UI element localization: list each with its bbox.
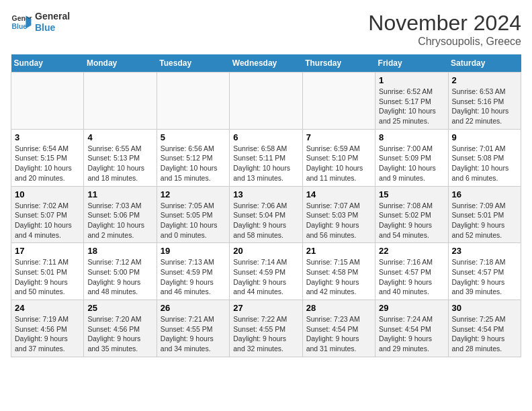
weekday-header-tuesday: Tuesday [157, 54, 229, 73]
calendar-cell: 20Sunrise: 7:14 AM Sunset: 4:59 PM Dayli… [230, 243, 302, 300]
calendar-cell: 12Sunrise: 7:05 AM Sunset: 5:05 PM Dayli… [157, 186, 229, 243]
day-number: 26 [161, 303, 226, 313]
calendar-week-2: 3Sunrise: 6:54 AM Sunset: 5:15 PM Daylig… [11, 129, 521, 186]
day-info: Sunrise: 6:53 AM Sunset: 5:16 PM Dayligh… [452, 87, 517, 126]
day-info: Sunrise: 7:01 AM Sunset: 5:08 PM Dayligh… [452, 144, 517, 183]
calendar-cell [230, 73, 302, 130]
day-info: Sunrise: 7:12 AM Sunset: 5:00 PM Dayligh… [87, 257, 152, 297]
day-number: 11 [87, 189, 152, 199]
day-info: Sunrise: 6:54 AM Sunset: 5:15 PM Dayligh… [15, 144, 80, 183]
day-info: Sunrise: 7:03 AM Sunset: 5:06 PM Dayligh… [87, 201, 152, 240]
day-number: 19 [161, 246, 226, 256]
day-info: Sunrise: 6:59 AM Sunset: 5:10 PM Dayligh… [306, 144, 371, 183]
calendar-cell [302, 73, 375, 130]
day-number: 7 [306, 132, 371, 142]
day-info: Sunrise: 7:14 AM Sunset: 4:59 PM Dayligh… [233, 257, 298, 297]
weekday-header-friday: Friday [375, 54, 448, 73]
day-info: Sunrise: 7:24 AM Sunset: 4:54 PM Dayligh… [379, 314, 444, 354]
calendar-cell: 18Sunrise: 7:12 AM Sunset: 5:00 PM Dayli… [84, 243, 157, 300]
day-number: 4 [87, 132, 152, 142]
calendar-table: SundayMondayTuesdayWednesdayThursdayFrid… [11, 54, 521, 357]
calendar-cell: 11Sunrise: 7:03 AM Sunset: 5:06 PM Dayli… [84, 186, 157, 243]
day-number: 23 [452, 246, 517, 256]
logo-general: General [35, 11, 70, 22]
day-info: Sunrise: 7:08 AM Sunset: 5:02 PM Dayligh… [379, 201, 444, 240]
day-number: 21 [306, 246, 371, 256]
calendar-cell: 17Sunrise: 7:11 AM Sunset: 5:01 PM Dayli… [11, 243, 84, 300]
calendar-cell: 5Sunrise: 6:56 AM Sunset: 5:12 PM Daylig… [157, 129, 229, 186]
day-number: 18 [87, 246, 152, 256]
calendar-cell: 8Sunrise: 7:00 AM Sunset: 5:09 PM Daylig… [375, 129, 448, 186]
calendar-week-1: 1Sunrise: 6:52 AM Sunset: 5:17 PM Daylig… [11, 73, 521, 130]
day-info: Sunrise: 7:15 AM Sunset: 4:58 PM Dayligh… [306, 257, 371, 297]
day-number: 5 [161, 132, 226, 142]
calendar-cell: 24Sunrise: 7:19 AM Sunset: 4:56 PM Dayli… [11, 300, 84, 357]
month-title: November 2024 [368, 11, 521, 36]
calendar-cell: 9Sunrise: 7:01 AM Sunset: 5:08 PM Daylig… [448, 129, 521, 186]
header: General Blue General Blue November 2024 … [11, 11, 521, 48]
day-info: Sunrise: 7:22 AM Sunset: 4:55 PM Dayligh… [233, 314, 298, 354]
calendar-cell: 29Sunrise: 7:24 AM Sunset: 4:54 PM Dayli… [375, 300, 448, 357]
day-number: 1 [379, 75, 444, 85]
day-number: 29 [379, 303, 444, 313]
day-number: 14 [306, 189, 371, 199]
calendar-cell: 19Sunrise: 7:13 AM Sunset: 4:59 PM Dayli… [157, 243, 229, 300]
day-info: Sunrise: 7:07 AM Sunset: 5:03 PM Dayligh… [306, 201, 371, 240]
day-number: 8 [379, 132, 444, 142]
day-info: Sunrise: 7:25 AM Sunset: 4:54 PM Dayligh… [452, 314, 517, 354]
day-info: Sunrise: 7:09 AM Sunset: 5:01 PM Dayligh… [452, 201, 517, 240]
day-number: 22 [379, 246, 444, 256]
svg-text:Blue: Blue [12, 22, 28, 30]
weekday-header-thursday: Thursday [302, 54, 375, 73]
day-info: Sunrise: 7:00 AM Sunset: 5:09 PM Dayligh… [379, 144, 444, 183]
day-info: Sunrise: 6:55 AM Sunset: 5:13 PM Dayligh… [87, 144, 152, 183]
weekday-header-sunday: Sunday [11, 54, 84, 73]
calendar-cell: 25Sunrise: 7:20 AM Sunset: 4:56 PM Dayli… [84, 300, 157, 357]
calendar-cell [11, 73, 84, 130]
calendar-cell: 13Sunrise: 7:06 AM Sunset: 5:04 PM Dayli… [230, 186, 302, 243]
calendar-cell: 28Sunrise: 7:23 AM Sunset: 4:54 PM Dayli… [302, 300, 375, 357]
calendar-week-5: 24Sunrise: 7:19 AM Sunset: 4:56 PM Dayli… [11, 300, 521, 357]
day-number: 2 [452, 75, 517, 85]
title-section: November 2024 Chrysoupolis, Greece [368, 11, 521, 48]
calendar-cell: 22Sunrise: 7:16 AM Sunset: 4:57 PM Dayli… [375, 243, 448, 300]
logo: General Blue General Blue [11, 11, 70, 34]
day-number: 6 [233, 132, 298, 142]
day-number: 27 [233, 303, 298, 313]
calendar-cell: 27Sunrise: 7:22 AM Sunset: 4:55 PM Dayli… [230, 300, 302, 357]
day-info: Sunrise: 6:56 AM Sunset: 5:12 PM Dayligh… [161, 144, 226, 183]
day-number: 24 [15, 303, 80, 313]
day-number: 17 [15, 246, 80, 256]
day-number: 15 [379, 189, 444, 199]
day-info: Sunrise: 7:23 AM Sunset: 4:54 PM Dayligh… [306, 314, 371, 354]
day-info: Sunrise: 7:05 AM Sunset: 5:05 PM Dayligh… [161, 201, 226, 240]
day-number: 25 [87, 303, 152, 313]
day-number: 12 [161, 189, 226, 199]
calendar-cell [84, 73, 157, 130]
calendar-cell: 3Sunrise: 6:54 AM Sunset: 5:15 PM Daylig… [11, 129, 84, 186]
calendar-cell: 4Sunrise: 6:55 AM Sunset: 5:13 PM Daylig… [84, 129, 157, 186]
calendar-cell: 21Sunrise: 7:15 AM Sunset: 4:58 PM Dayli… [302, 243, 375, 300]
day-info: Sunrise: 6:58 AM Sunset: 5:11 PM Dayligh… [233, 144, 298, 183]
calendar-cell: 7Sunrise: 6:59 AM Sunset: 5:10 PM Daylig… [302, 129, 375, 186]
calendar-cell: 16Sunrise: 7:09 AM Sunset: 5:01 PM Dayli… [448, 186, 521, 243]
weekday-header-saturday: Saturday [448, 54, 521, 73]
logo-blue: Blue [35, 22, 70, 34]
calendar-cell: 14Sunrise: 7:07 AM Sunset: 5:03 PM Dayli… [302, 186, 375, 243]
day-info: Sunrise: 7:21 AM Sunset: 4:55 PM Dayligh… [161, 314, 226, 354]
calendar-cell: 6Sunrise: 6:58 AM Sunset: 5:11 PM Daylig… [230, 129, 302, 186]
calendar-cell [157, 73, 229, 130]
day-number: 9 [452, 132, 517, 142]
weekday-header-monday: Monday [84, 54, 157, 73]
calendar-cell: 30Sunrise: 7:25 AM Sunset: 4:54 PM Dayli… [448, 300, 521, 357]
day-info: Sunrise: 7:06 AM Sunset: 5:04 PM Dayligh… [233, 201, 298, 240]
day-number: 20 [233, 246, 298, 256]
calendar-cell: 26Sunrise: 7:21 AM Sunset: 4:55 PM Dayli… [157, 300, 229, 357]
calendar-cell: 15Sunrise: 7:08 AM Sunset: 5:02 PM Dayli… [375, 186, 448, 243]
day-info: Sunrise: 7:18 AM Sunset: 4:57 PM Dayligh… [452, 257, 517, 297]
logo-icon: General Blue [11, 11, 32, 33]
day-info: Sunrise: 6:52 AM Sunset: 5:17 PM Dayligh… [379, 87, 444, 126]
day-number: 13 [233, 189, 298, 199]
calendar-cell: 2Sunrise: 6:53 AM Sunset: 5:16 PM Daylig… [448, 73, 521, 130]
calendar-cell: 10Sunrise: 7:02 AM Sunset: 5:07 PM Dayli… [11, 186, 84, 243]
